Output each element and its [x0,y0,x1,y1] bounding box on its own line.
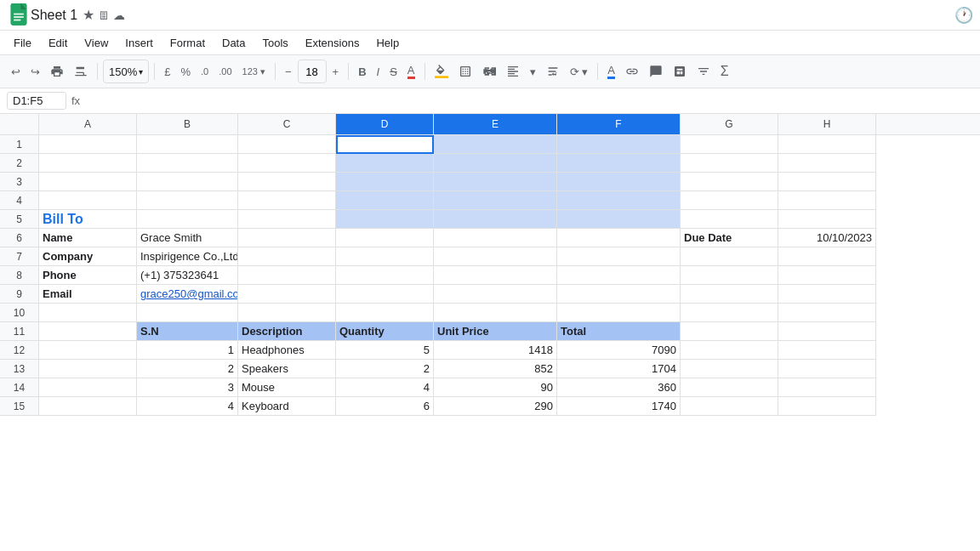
cell-2-b[interactable] [137,154,238,173]
cell-11-g[interactable] [681,322,778,341]
menu-item-data[interactable]: Data [214,35,254,51]
cell-2-f[interactable] [557,154,681,173]
cell-13-f[interactable]: 1704 [557,360,681,378]
italic-button[interactable]: I [373,60,385,83]
cell-15-a[interactable] [39,397,137,416]
cell-3-c[interactable] [238,173,336,191]
cell-4-e[interactable] [434,191,557,210]
decimal00-button[interactable]: .00 [214,60,236,83]
cell-2-a[interactable] [39,154,137,173]
strikethrough-button[interactable]: S [385,60,402,83]
font-plus-button[interactable]: + [328,60,344,83]
zoom-control[interactable]: 150% ▾ [103,60,149,83]
cell-8-h[interactable] [778,266,876,285]
cell-4-f[interactable] [557,191,681,210]
cell-14-g[interactable] [681,378,778,397]
star-icon[interactable]: ★ [83,7,94,23]
col-header-c[interactable]: C [238,114,336,134]
cell-8-a[interactable]: Phone [39,266,137,285]
cell-11-h[interactable] [778,322,876,341]
cell-7-g[interactable] [681,247,778,266]
cell-6-a[interactable]: Name [39,229,137,247]
cell-6-b[interactable]: Grace Smith [137,229,238,247]
cell-15-e[interactable]: 290 [434,397,557,416]
col-header-b[interactable]: B [137,114,238,134]
cell-7-h[interactable] [778,247,876,266]
cell-2-d[interactable] [336,154,434,173]
cell-8-b[interactable]: (+1) 375323641 [137,266,238,285]
cell-3-h[interactable] [778,173,876,191]
cell-3-e[interactable] [434,173,557,191]
cell-12-d[interactable]: 5 [336,341,434,360]
col-header-h[interactable]: H [778,114,876,134]
cell-5-h[interactable] [778,210,876,229]
col-header-e[interactable]: E [434,114,557,134]
cell-8-d[interactable] [336,266,434,285]
col-header-a[interactable]: A [39,114,137,134]
chart-button[interactable] [669,60,691,83]
cell-1-d[interactable] [336,135,434,154]
currency-button[interactable]: £ [160,60,174,83]
cell-2-h[interactable] [778,154,876,173]
cell-7-c[interactable] [238,247,336,266]
cell-12-f[interactable]: 7090 [557,341,681,360]
cell-3-f[interactable] [557,173,681,191]
cell-13-b[interactable]: 2 [137,360,238,378]
cell-14-d[interactable]: 4 [336,378,434,397]
cell-11-f[interactable]: Total [557,322,681,341]
cell-5-g[interactable] [681,210,778,229]
cell-9-f[interactable] [557,285,681,304]
cell-15-f[interactable]: 1740 [557,397,681,416]
font-size-control[interactable] [298,60,327,83]
cell-6-f[interactable] [557,229,681,247]
cell-14-h[interactable] [778,378,876,397]
cell-13-g[interactable] [681,360,778,378]
cell-6-d[interactable] [336,229,434,247]
cloud-icon[interactable]: ☁ [113,9,125,22]
cell-8-g[interactable] [681,266,778,285]
cell-7-e[interactable] [434,247,557,266]
cell-10-c[interactable] [238,304,336,322]
undo-button[interactable]: ↩ [7,60,25,83]
cell-9-a[interactable]: Email [39,285,137,304]
fill-color-button[interactable] [430,60,453,83]
borders-button[interactable] [454,60,476,83]
cell-3-b[interactable] [137,173,238,191]
cell-10-a[interactable] [39,304,137,322]
cell-11-a[interactable] [39,322,137,341]
more-formats-button[interactable]: 123 ▾ [238,60,270,83]
percent-button[interactable]: % [176,60,195,83]
cell-5-f[interactable] [557,210,681,229]
cell-6-c[interactable] [238,229,336,247]
cell-11-c[interactable]: Description [238,322,336,341]
cell-9-b[interactable]: grace250@gmail.com [137,285,238,304]
cell-15-c[interactable]: Keyboard [238,397,336,416]
cell-1-b[interactable] [137,135,238,154]
cell-5-d[interactable] [336,210,434,229]
cell-9-d[interactable] [336,285,434,304]
menu-item-extensions[interactable]: Extensions [297,35,368,51]
cell-13-a[interactable] [39,360,137,378]
menu-item-insert[interactable]: Insert [117,35,162,51]
menu-item-tools[interactable]: Tools [254,35,296,51]
formula-input[interactable] [85,94,973,107]
rotate-button[interactable]: ⟳ ▾ [566,60,593,83]
save-icon[interactable]: 🗏 [98,9,110,22]
cell-2-g[interactable] [681,154,778,173]
cell-5-c[interactable] [238,210,336,229]
cell-5-a[interactable]: Bill To [39,210,137,229]
print-button[interactable] [46,60,68,83]
cell-6-g[interactable]: Due Date [681,229,778,247]
cell-10-d[interactable] [336,304,434,322]
decimal0-button[interactable]: .0 [197,60,213,83]
cell-3-g[interactable] [681,173,778,191]
col-header-d[interactable]: D [336,114,434,134]
cell-4-g[interactable] [681,191,778,210]
cell-15-h[interactable] [778,397,876,416]
cell-5-e[interactable] [434,210,557,229]
cell-3-d[interactable] [336,173,434,191]
cell-9-c[interactable] [238,285,336,304]
menu-item-format[interactable]: Format [162,35,214,51]
text-color2-button[interactable]: A [603,60,619,83]
cell-9-e[interactable] [434,285,557,304]
